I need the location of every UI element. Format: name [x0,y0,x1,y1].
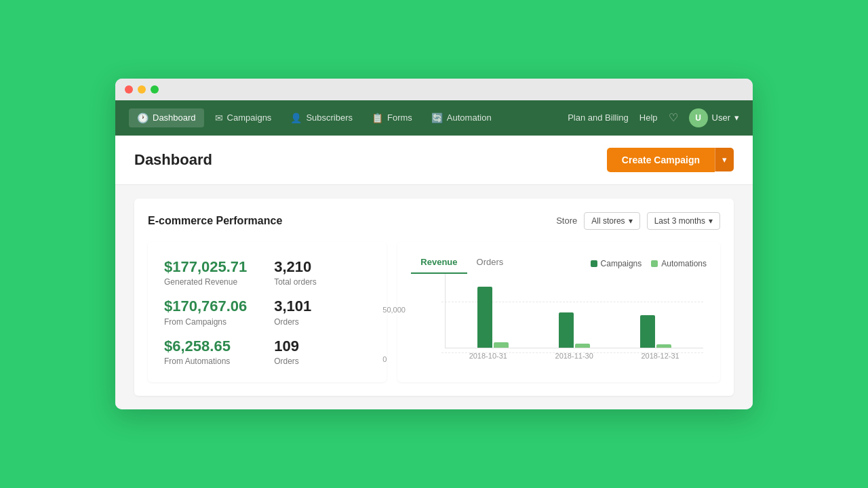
nav-automation-label: Automation [447,113,492,123]
nav-dashboard-label: Dashboard [153,113,196,123]
automation-orders-label: Orders [274,357,370,366]
chart-tabs: Revenue Orders [411,254,513,274]
nav-dashboard[interactable]: 🕐 Dashboard [129,108,204,127]
automation-orders-value: 109 [274,338,370,355]
help-link[interactable]: Help [639,113,658,123]
main-section: E-commerce Performance Store All stores … [115,185,753,409]
bar-group-1 [452,287,534,348]
legend-automations: Automations [651,259,707,268]
nav-campaigns[interactable]: ✉ Campaigns [207,108,280,127]
nav-campaigns-label: Campaigns [227,113,272,123]
stats-card: $177,025.71 Generated Revenue 3,210 Tota… [148,242,387,382]
nav-subscribers[interactable]: 👤 Subscribers [282,108,361,127]
campaign-revenue-label: From Campaigns [164,317,260,327]
store-filter[interactable]: All stores ▾ [584,212,639,230]
campaign-revenue-stat: $170,767.06 From Campaigns [164,298,260,326]
generated-revenue-label: Generated Revenue [164,277,260,287]
nav-forms[interactable]: 📋 Forms [363,108,420,127]
two-col-layout: $177,025.71 Generated Revenue 3,210 Tota… [148,242,720,382]
grid-line-bottom [441,352,703,353]
total-orders-value: 3,210 [274,258,370,276]
app-window: 🕐 Dashboard ✉ Campaigns 👤 Subscribers 📋 … [115,79,753,409]
nav-left: 🕐 Dashboard ✉ Campaigns 👤 Subscribers 📋 … [129,108,568,127]
time-filter[interactable]: Last 3 months ▾ [647,212,720,230]
generated-revenue-stat: $177,025.71 Generated Revenue [164,258,260,287]
time-filter-arrow: ▾ [709,216,713,226]
dashboard-icon: 🕐 [137,113,149,123]
total-orders-stat: 3,210 Total orders [274,258,370,287]
chart-tab-revenue[interactable]: Revenue [411,254,467,274]
automation-orders-stat: 109 Orders [274,338,370,366]
y-label-bottom: 0 [382,355,387,363]
create-campaign-dropdown-button[interactable]: ▾ [715,148,734,171]
campaigns-legend-label: Campaigns [601,259,642,268]
campaign-orders-value: 3,101 [274,298,370,315]
chart-groups [452,274,696,348]
heart-icon[interactable]: ♡ [669,111,678,124]
bar-nov-automation [575,344,590,348]
subscribers-icon: 👤 [290,113,302,123]
user-label: User [712,113,730,123]
bar-nov-campaign [559,312,574,348]
bar-dec-campaign [640,315,655,348]
maximize-dot[interactable] [151,85,159,94]
chart-card: Revenue Orders Campaigns [397,242,720,382]
titlebar [115,79,753,100]
bar-group-3 [615,315,696,348]
stat-row-3: $6,258.65 From Automations 109 Orders [164,338,370,366]
stat-row-2: $170,767.06 From Campaigns 3,101 Orders [164,298,370,326]
ecommerce-section: E-commerce Performance Store All stores … [134,199,734,396]
campaigns-legend-dot [591,260,597,267]
legend-campaigns: Campaigns [591,259,642,268]
nav-automation[interactable]: 🔄 Automation [423,108,500,127]
bar-dec-automation [656,344,671,348]
store-label: Store [556,216,577,226]
bar-group-2 [534,312,615,348]
create-campaign-button[interactable]: Create Campaign [607,148,715,172]
user-menu[interactable]: U User ▾ [689,108,739,127]
store-filter-value: All stores [591,216,625,226]
create-campaign-group: Create Campaign ▾ [607,148,734,172]
minimize-dot[interactable] [138,85,146,94]
page-title: Dashboard [134,151,212,169]
bar-oct-automation [494,342,509,348]
campaign-revenue-value: $170,767.06 [164,298,260,315]
nav-subscribers-label: Subscribers [306,113,353,123]
section-header: E-commerce Performance Store All stores … [148,212,720,230]
content: Dashboard Create Campaign ▾ E-commerce P… [115,136,753,409]
y-label-top: 50,000 [382,306,406,314]
automation-revenue-label: From Automations [164,357,260,366]
page-header: Dashboard Create Campaign ▾ [115,136,753,185]
automation-revenue-value: $6,258.65 [164,338,260,355]
chart-legend: Campaigns Automations [591,259,707,268]
forms-icon: 📋 [372,113,383,123]
section-title: E-commerce Performance [148,215,282,227]
stat-row-1: $177,025.71 Generated Revenue 3,210 Tota… [164,258,370,287]
automation-icon: 🔄 [431,113,443,123]
automation-revenue-stat: $6,258.65 From Automations [164,338,260,366]
total-orders-label: Total orders [274,277,370,287]
automations-legend-dot [651,260,658,267]
chart-tab-orders-label: Orders [477,257,504,267]
chart-area [445,274,703,348]
nav-right: Plan and Billing Help ♡ U User ▾ [568,108,739,127]
bar-oct-campaign [477,287,492,348]
nav-forms-label: Forms [387,113,412,123]
user-dropdown-icon: ▾ [734,113,739,123]
section-filters: Store All stores ▾ Last 3 months ▾ [556,212,720,230]
chart-tab-orders[interactable]: Orders [467,254,513,274]
chart-tabs-row: Revenue Orders Campaigns [411,254,707,274]
avatar: U [689,108,708,127]
plan-billing-link[interactable]: Plan and Billing [568,113,629,123]
time-filter-value: Last 3 months [654,216,705,226]
automations-legend-label: Automations [661,259,707,268]
navbar: 🕐 Dashboard ✉ Campaigns 👤 Subscribers 📋 … [115,100,753,136]
generated-revenue-value: $177,025.71 [164,258,260,276]
chart-tab-revenue-label: Revenue [420,257,457,267]
campaigns-icon: ✉ [215,113,223,123]
close-dot[interactable] [125,85,133,94]
campaign-orders-stat: 3,101 Orders [274,298,370,326]
chart-wrapper: 50,000 0 [411,274,707,360]
campaign-orders-label: Orders [274,317,370,327]
store-filter-arrow: ▾ [629,216,633,226]
